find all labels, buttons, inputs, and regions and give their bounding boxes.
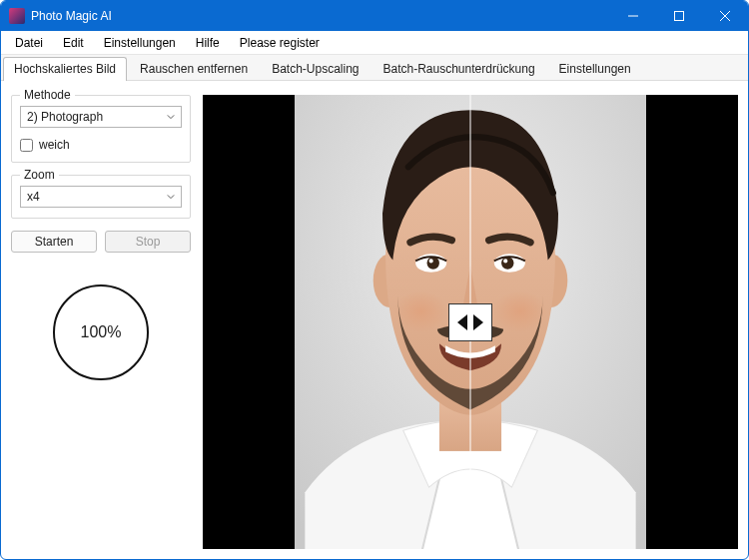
slider-arrows-icon xyxy=(455,311,485,333)
menu-hilfe[interactable]: Hilfe xyxy=(186,33,230,53)
zoom-value: x4 xyxy=(27,190,40,204)
comparison-image[interactable] xyxy=(295,95,646,549)
svg-marker-18 xyxy=(473,314,483,330)
chevron-down-icon xyxy=(167,113,175,121)
tab-hochskaliertes-bild[interactable]: Hochskaliertes Bild xyxy=(3,57,127,81)
progress-area: 100% xyxy=(11,265,191,549)
maximize-button[interactable] xyxy=(656,1,702,31)
svg-point-11 xyxy=(427,257,439,269)
svg-marker-17 xyxy=(457,314,467,330)
action-button-row: Starten Stop xyxy=(11,231,191,253)
tab-batch-rauschunterdrueckung[interactable]: Batch-Rauschunterdrückung xyxy=(373,57,546,81)
zoom-group: Zoom x4 xyxy=(11,175,191,219)
tab-rauschen-entfernen[interactable]: Rauschen entfernen xyxy=(129,57,259,81)
tab-einstellungen[interactable]: Einstellungen xyxy=(548,57,642,81)
svg-rect-1 xyxy=(675,12,684,21)
close-button[interactable] xyxy=(702,1,748,31)
soft-label: weich xyxy=(39,138,70,152)
app-window: Photo Magic AI Datei Edit Einstellungen … xyxy=(0,0,749,560)
preview-area xyxy=(203,95,738,549)
soft-checkbox-row[interactable]: weich xyxy=(20,138,182,152)
method-select[interactable]: 2) Photograph xyxy=(20,106,182,128)
menu-register[interactable]: Please register xyxy=(230,33,330,53)
tab-batch-upscaling[interactable]: Batch-Upscaling xyxy=(261,57,370,81)
chevron-down-icon xyxy=(167,193,175,201)
soft-checkbox[interactable] xyxy=(20,139,33,152)
svg-point-15 xyxy=(503,259,507,263)
content-area: Methode 2) Photograph weich Zoom x4 S xyxy=(1,81,748,559)
svg-point-14 xyxy=(501,257,513,269)
window-title: Photo Magic AI xyxy=(31,9,112,23)
method-value: 2) Photograph xyxy=(27,110,103,124)
app-icon xyxy=(9,8,25,24)
method-group: Methode 2) Photograph weich xyxy=(11,95,191,163)
menu-einstellungen[interactable]: Einstellungen xyxy=(94,33,186,53)
left-panel: Methode 2) Photograph weich Zoom x4 S xyxy=(11,95,191,549)
method-legend: Methode xyxy=(20,88,75,102)
progress-text: 100% xyxy=(81,323,122,341)
zoom-legend: Zoom xyxy=(20,168,59,182)
menu-datei[interactable]: Datei xyxy=(5,33,53,53)
zoom-select[interactable]: x4 xyxy=(20,186,182,208)
titlebar: Photo Magic AI xyxy=(1,1,748,31)
menu-edit[interactable]: Edit xyxy=(53,33,94,53)
minimize-button[interactable] xyxy=(610,1,656,31)
tabbar: Hochskaliertes Bild Rauschen entfernen B… xyxy=(1,55,748,81)
stop-button: Stop xyxy=(105,231,191,253)
menubar: Datei Edit Einstellungen Hilfe Please re… xyxy=(1,31,748,55)
comparison-slider-handle[interactable] xyxy=(448,303,492,341)
svg-point-12 xyxy=(429,259,433,263)
progress-circle: 100% xyxy=(53,284,149,380)
start-button[interactable]: Starten xyxy=(11,231,97,253)
